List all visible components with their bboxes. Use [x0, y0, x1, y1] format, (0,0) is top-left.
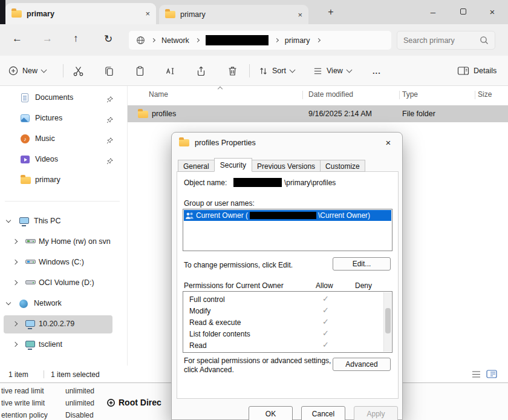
- sidebar-item-documents[interactable]: Documents: [0, 89, 125, 107]
- sidebar-item-network[interactable]: Network: [0, 295, 125, 313]
- compact-view-toggle[interactable]: [472, 370, 481, 381]
- maximize-button[interactable]: [450, 0, 477, 23]
- column-divider[interactable]: [399, 91, 400, 99]
- column-header-type[interactable]: Type: [402, 90, 418, 99]
- back-button[interactable]: ←: [12, 33, 22, 45]
- edit-button[interactable]: Edit...: [333, 257, 391, 271]
- apply-button[interactable]: Apply: [354, 406, 398, 420]
- tab-previous-versions[interactable]: Previous Versions: [252, 160, 321, 172]
- sidebar-item-tsclient[interactable]: tsclient: [0, 336, 125, 354]
- music-icon: [21, 134, 30, 143]
- permission-row[interactable]: Read: [189, 341, 207, 350]
- globe-icon: [136, 36, 145, 45]
- more-options-icon: ...: [373, 67, 381, 76]
- details-pane-icon: [457, 66, 469, 76]
- advanced-button[interactable]: Advanced: [333, 358, 391, 371]
- minimize-button[interactable]: –: [420, 0, 446, 23]
- sort-button[interactable]: Sort: [259, 62, 295, 80]
- chevron-right-icon[interactable]: [13, 239, 18, 244]
- permission-row[interactable]: Read & execute: [189, 318, 241, 327]
- permission-row[interactable]: Modify: [189, 307, 210, 315]
- rename-button[interactable]: [163, 64, 177, 77]
- scrollbar-thumb[interactable]: [385, 308, 391, 333]
- advanced-hint-line2: click Advanced.: [184, 366, 234, 374]
- copy-button[interactable]: [102, 64, 116, 77]
- column-divider[interactable]: [475, 91, 475, 99]
- breadcrumb-network[interactable]: Network: [161, 36, 189, 45]
- close-button[interactable]: ×: [479, 0, 506, 23]
- plus-circle-icon: [8, 66, 18, 76]
- chevron-right-icon[interactable]: [13, 280, 18, 285]
- network-drive-icon: [25, 239, 36, 243]
- search-input[interactable]: [403, 36, 476, 45]
- sidebar-item-pictures[interactable]: Pictures: [0, 110, 125, 128]
- pin-icon: [106, 136, 113, 146]
- sidebar-item-this-pc[interactable]: This PC: [0, 212, 125, 231]
- ok-button[interactable]: OK: [249, 406, 293, 420]
- view-button[interactable]: View: [313, 62, 351, 80]
- sidebar-item-10-20-2-79[interactable]: 10.20.2.79: [0, 315, 125, 333]
- chevron-down-icon[interactable]: [6, 300, 11, 305]
- column-divider[interactable]: [302, 91, 303, 99]
- sidebar-item-music[interactable]: Music: [0, 130, 125, 148]
- chevron-right-icon[interactable]: [13, 260, 18, 264]
- new-button[interactable]: New: [8, 62, 46, 80]
- search-box[interactable]: [397, 31, 495, 50]
- sidebar-item-videos[interactable]: Videos: [0, 151, 125, 169]
- breadcrumb-primary[interactable]: primary: [285, 36, 310, 45]
- group-user-list[interactable]: Current Owner ( \Current Owner): [183, 209, 392, 251]
- sidebar-item-primary[interactable]: primary: [0, 171, 125, 189]
- refresh-button[interactable]: ↻: [104, 33, 112, 45]
- file-row-profiles[interactable]: profiles 9/16/2025 2:14 AM File folder: [128, 105, 508, 122]
- column-header-date-modified[interactable]: Date modified: [308, 90, 353, 99]
- root-directory-icon: [106, 398, 116, 407]
- details-view-toggle[interactable]: [486, 370, 497, 381]
- share-button[interactable]: [194, 64, 207, 77]
- column-header-size[interactable]: Size: [478, 90, 492, 99]
- permission-row[interactable]: List folder contents: [189, 330, 250, 338]
- address-bar[interactable]: Network primary: [129, 31, 391, 50]
- current-owner-row[interactable]: Current Owner ( \Current Owner): [184, 210, 391, 221]
- paste-button[interactable]: [133, 64, 146, 77]
- cancel-button[interactable]: Cancel: [301, 406, 345, 420]
- breadcrumb-chevron-icon[interactable]: [316, 38, 320, 42]
- details-pane-button[interactable]: Details: [457, 62, 497, 80]
- explorer-tab-inactive[interactable]: primary ×: [159, 5, 308, 24]
- navigation-sidebar: Documents Pictures Music Videos primary …: [0, 86, 127, 366]
- up-button[interactable]: ↑: [73, 33, 79, 45]
- command-toolbar: New Sort View ... Details: [0, 56, 508, 86]
- breadcrumb-chevron-icon[interactable]: [151, 38, 155, 42]
- explorer-tab-active[interactable]: primary ×: [5, 3, 156, 24]
- delete-button[interactable]: [226, 64, 239, 77]
- breadcrumb-chevron-icon[interactable]: [275, 38, 279, 42]
- dialog-tab-strip: General Security Previous Versions Custo…: [178, 158, 365, 172]
- tab-close-icon[interactable]: ×: [145, 9, 150, 18]
- sidebar-item-my-home[interactable]: My Home (rw) on svn: [0, 233, 125, 251]
- forward-button[interactable]: →: [42, 33, 53, 45]
- permissions-scrollbar[interactable]: [383, 292, 391, 352]
- column-header-name[interactable]: Name: [149, 90, 168, 99]
- sidebar-item-windows-c[interactable]: Windows (C:): [0, 254, 125, 272]
- new-tab-button[interactable]: +: [324, 5, 337, 19]
- remote-computer-icon: [25, 320, 35, 327]
- root-directory-node[interactable]: Root Direc: [106, 398, 161, 407]
- chevron-down-icon[interactable]: [6, 218, 11, 223]
- pin-icon: [106, 156, 113, 167]
- more-options-button[interactable]: ...: [373, 62, 381, 80]
- chevron-down-icon: [289, 67, 295, 73]
- cut-button[interactable]: [71, 64, 85, 77]
- dialog-close-button[interactable]: ×: [374, 133, 402, 153]
- chevron-right-icon[interactable]: [13, 342, 18, 347]
- maximize-icon: [460, 8, 466, 15]
- permission-row[interactable]: Full control: [189, 295, 225, 304]
- breadcrumb-chevron-icon[interactable]: [195, 38, 200, 42]
- tab-close-icon[interactable]: ×: [298, 10, 302, 19]
- tab-general[interactable]: General: [178, 160, 215, 172]
- list-view-icon: [472, 370, 481, 378]
- sidebar-divider: [5, 201, 120, 202]
- sidebar-item-oci-volume-d[interactable]: OCI Volume (D:): [0, 274, 125, 292]
- tab-customize[interactable]: Customize: [320, 160, 365, 172]
- new-button-label: New: [22, 67, 37, 75]
- tab-security[interactable]: Security: [214, 158, 252, 172]
- redacted-server-name: [206, 35, 269, 45]
